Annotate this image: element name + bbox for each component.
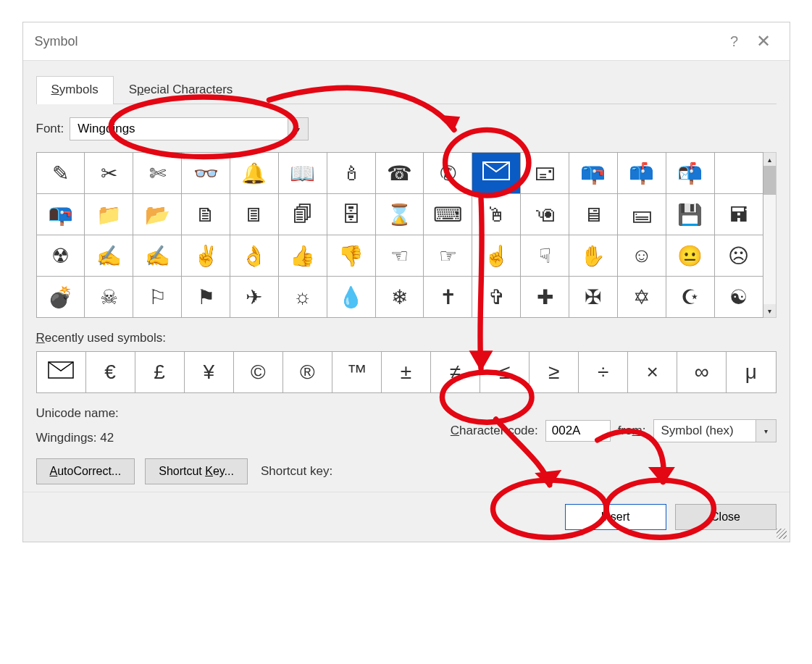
recent-cell[interactable]: μ: [727, 352, 776, 393]
help-icon[interactable]: ?: [720, 33, 749, 50]
symbol-cell-folder-open[interactable]: 📂: [133, 194, 182, 235]
symbol-cell-snowflake[interactable]: ❄: [375, 277, 424, 318]
insert-button[interactable]: Insert: [565, 504, 666, 530]
recent-cell[interactable]: ×: [628, 352, 677, 393]
symbol-cell-docs-stack[interactable]: 🗐: [278, 194, 327, 235]
symbol-cell-drop[interactable]: 💧: [327, 277, 375, 318]
symbol-cell-mouse[interactable]: 🖱: [472, 194, 521, 235]
symbol-cell-smile[interactable]: ☺: [617, 235, 666, 277]
symbol-cell-sun[interactable]: ☼: [278, 277, 327, 318]
symbol-cell-mailbox-open[interactable]: 📭: [36, 194, 85, 235]
symbol-cell-envelope[interactable]: [472, 153, 521, 194]
symbol-cell-candle[interactable]: 🕯: [327, 153, 375, 194]
symbol-cell-skull[interactable]: ☠: [85, 277, 133, 318]
symbol-cell-phone[interactable]: ☎: [375, 153, 424, 194]
chevron-down-icon[interactable]: ▾: [288, 118, 308, 140]
font-label: Font:: [36, 122, 64, 136]
symbol-cell-envelope-closed[interactable]: 🖃: [521, 153, 569, 194]
symbol-cell-point-up[interactable]: ☝: [472, 235, 521, 277]
symbol-cell-pencil[interactable]: ✎: [36, 153, 85, 194]
symbol-cell-mailbox2[interactable]: 📫: [617, 153, 666, 194]
symbol-cell-point-down[interactable]: ☟: [521, 235, 569, 277]
symbol-cell-crescent[interactable]: ☪: [666, 277, 714, 318]
symbol-cell-star-david[interactable]: ✡: [617, 277, 666, 318]
symbol-cell-folder[interactable]: 📁: [85, 194, 133, 235]
symbol-cell-scissors[interactable]: ✂: [85, 153, 133, 194]
chevron-down-icon[interactable]: ▾: [756, 420, 776, 442]
scrollbar[interactable]: ▴ ▾: [763, 152, 777, 318]
tab-symbols[interactable]: Symbols: [36, 76, 114, 104]
symbol-cell-neutral[interactable]: 😐: [666, 235, 714, 277]
symbol-cell-mailbox3[interactable]: 📬: [666, 153, 714, 194]
scroll-track[interactable]: [763, 166, 776, 304]
symbol-cell-floppy[interactable]: 💾: [666, 194, 714, 235]
recent-cell[interactable]: £: [135, 352, 184, 393]
resize-grip-icon[interactable]: [777, 529, 787, 539]
symbol-cell-maltese[interactable]: ✠: [569, 277, 617, 318]
symbol-cell-point-left[interactable]: ☜: [375, 235, 424, 277]
symbol-cell-mailbox[interactable]: 📪: [569, 153, 617, 194]
symbol-cell-victory[interactable]: ✌: [182, 235, 230, 277]
from-combobox[interactable]: Symbol (hex) ▾: [653, 419, 777, 442]
symbol-cell-hand-write2[interactable]: ✍: [133, 235, 182, 277]
symbol-cell-point-right[interactable]: ☞: [424, 235, 472, 277]
symbol-cell-frown[interactable]: ☹: [714, 235, 763, 277]
close-icon[interactable]: ✕: [749, 31, 778, 51]
symbol-cell-doc[interactable]: 🗎: [182, 194, 230, 235]
symbol-cell-flag2[interactable]: ⚑: [182, 277, 230, 318]
recent-cell[interactable]: ≠: [431, 352, 480, 393]
recent-cell[interactable]: ®: [282, 352, 332, 393]
recent-cell[interactable]: ≤: [480, 352, 530, 393]
font-input[interactable]: [70, 119, 288, 139]
symbol-cell-bomb[interactable]: 💣: [36, 277, 85, 318]
recent-cell[interactable]: ÷: [579, 352, 628, 393]
symbol-cell-thumbs-down[interactable]: 👎: [327, 235, 375, 277]
symbol-cell-empty[interactable]: [714, 153, 763, 194]
scroll-thumb[interactable]: [763, 166, 776, 195]
symbol-cell-hourglass[interactable]: ⌛: [375, 194, 424, 235]
symbol-cell-radiation[interactable]: ☢: [36, 235, 85, 277]
scroll-down-icon[interactable]: ▾: [763, 304, 776, 317]
close-button[interactable]: Close: [675, 504, 777, 530]
symbol-cell-harddrive[interactable]: 🖴: [617, 194, 666, 235]
recent-cell[interactable]: ∞: [677, 352, 727, 393]
symbol-cell-doc-lines[interactable]: 🗏: [230, 194, 278, 235]
symbol-cell-scissors2[interactable]: ✄: [133, 153, 182, 194]
symbol-cell-trackball[interactable]: 🖲: [521, 194, 569, 235]
symbol-cell-glasses[interactable]: 👓: [182, 153, 230, 194]
recent-cell[interactable]: ©: [233, 352, 282, 393]
charcode-input[interactable]: [545, 420, 611, 442]
from-label: from:: [618, 424, 646, 438]
extra-buttons-row: AutoCorrect... Shortcut Key... Shortcut …: [36, 458, 777, 484]
recent-cell[interactable]: ™: [332, 352, 381, 393]
symbol-cell-flag[interactable]: ⚐: [133, 277, 182, 318]
symbol-cell-yinyang[interactable]: ☯: [714, 277, 763, 318]
symbol-cell-hand-write[interactable]: ✍: [85, 235, 133, 277]
unicode-name-label: Unicode name:: [36, 406, 436, 421]
recent-cell[interactable]: €: [85, 352, 135, 393]
autocorrect-button[interactable]: AutoCorrect...: [36, 458, 135, 484]
symbol-cell-floppy-black[interactable]: 🖬: [714, 194, 763, 235]
symbol-cell-phone2[interactable]: ✆: [424, 153, 472, 194]
symbol-cell-keyboard[interactable]: ⌨: [424, 194, 472, 235]
symbol-cell-ok[interactable]: 👌: [230, 235, 278, 277]
symbol-cell-cross-outline[interactable]: ✞: [472, 277, 521, 318]
recent-cell[interactable]: [36, 352, 85, 393]
tab-special-characters[interactable]: Special Characters: [114, 76, 248, 104]
symbol-cell-cross[interactable]: ✝: [424, 277, 472, 318]
recent-cell[interactable]: ±: [381, 352, 430, 393]
recent-cell[interactable]: ¥: [184, 352, 233, 393]
symbol-cell-stop-hand[interactable]: ✋: [569, 235, 617, 277]
symbol-cell-plane[interactable]: ✈: [230, 277, 278, 318]
symbol-cell-bell[interactable]: 🔔: [230, 153, 278, 194]
symbol-cell-filing[interactable]: 🗄: [327, 194, 375, 235]
symbol-cell-computer[interactable]: 🖥: [569, 194, 617, 235]
symbol-cell-thumbs-up[interactable]: 👍: [278, 235, 327, 277]
symbol-cell-book[interactable]: 📖: [278, 153, 327, 194]
font-combobox[interactable]: ▾: [70, 117, 309, 140]
unicode-name-value: Wingdings: 42: [36, 431, 436, 445]
shortcut-key-button[interactable]: Shortcut Key...: [145, 458, 248, 484]
recent-cell[interactable]: ≥: [530, 352, 579, 393]
scroll-up-icon[interactable]: ▴: [763, 153, 776, 166]
symbol-cell-cross-greek[interactable]: ✚: [521, 277, 569, 318]
